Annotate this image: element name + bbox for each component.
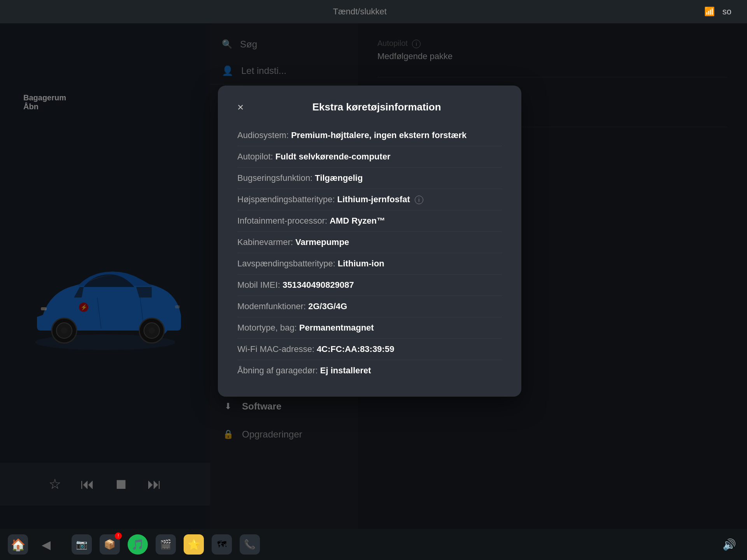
modal-row-5: Kabinevarmer: Varmepumpe <box>237 232 502 253</box>
modal-close-button[interactable]: × <box>237 102 244 113</box>
modal-row-1: Autopilot: Fuldt selvkørende-computer <box>237 146 502 168</box>
modal-dialog: × Ekstra køretøjsinformation Audiosystem… <box>218 86 521 397</box>
top-bar-center: Tændt/slukket <box>333 7 387 17</box>
modal-row-8: Modemfunktioner: 2G/3G/4G <box>237 296 502 317</box>
wifi-icon: 📶 <box>704 7 715 17</box>
modal-title: Ekstra køretøjsinformation <box>251 101 502 113</box>
modal-row-2: Bugseringsfunktion: Tilgængelig <box>237 168 502 189</box>
modal-row-0: Audiosystem: Premium-højttalere, ingen e… <box>237 125 502 146</box>
modal-header: × Ekstra køretøjsinformation <box>237 101 502 113</box>
taskbar-icon-volume[interactable]: 🔊 <box>719 534 739 555</box>
modal-row-6: Lavspændingsbatteritype: Lithium-ion <box>237 253 502 275</box>
taskbar-icon-package[interactable]: 📦 ! <box>100 534 120 555</box>
sound-label: so <box>722 7 731 17</box>
top-bar: Tændt/slukket 📶 so <box>0 0 747 23</box>
taskbar-icon-star[interactable]: ⭐ <box>184 534 204 555</box>
top-bar-right: 📶 so <box>704 7 731 17</box>
modal-row-7: Mobil IMEI: 351340490829087 <box>237 275 502 296</box>
modal-row-4: Infotainment-processor: AMD Ryzen™ <box>237 210 502 232</box>
modal-row-11: Åbning af garagedør: Ej installeret <box>237 360 502 381</box>
taskbar-icon-nav[interactable]: 🗺 <box>212 534 232 555</box>
taskbar-icon-music[interactable]: 🎵 <box>128 534 148 555</box>
modal-row-10: Wi-Fi MAC-adresse: 4C:FC:AA:83:39:59 <box>237 339 502 360</box>
taskbar-icon-back[interactable]: ◀ <box>36 534 56 555</box>
taskbar-icon-video[interactable]: 🎬 <box>156 534 176 555</box>
taskbar-icon-phone[interactable]: 📞 <box>240 534 260 555</box>
taskbar-icon-camera[interactable]: 📷 <box>72 534 92 555</box>
taskbar: 🏠 ◀ 📷 📦 ! 🎵 🎬 ⭐ 🗺 📞 🔊 <box>0 529 747 560</box>
modal-overlay: × Ekstra køretøjsinformation Audiosystem… <box>0 23 747 529</box>
modal-row-3: Højspændingsbatteritype: Lithium-jernfos… <box>237 189 502 210</box>
battery-info-icon[interactable]: i <box>415 196 423 204</box>
taskbar-icon-0[interactable]: 🏠 <box>8 534 28 555</box>
modal-row-9: Motortype, bag: Permanentmagnet <box>237 317 502 339</box>
